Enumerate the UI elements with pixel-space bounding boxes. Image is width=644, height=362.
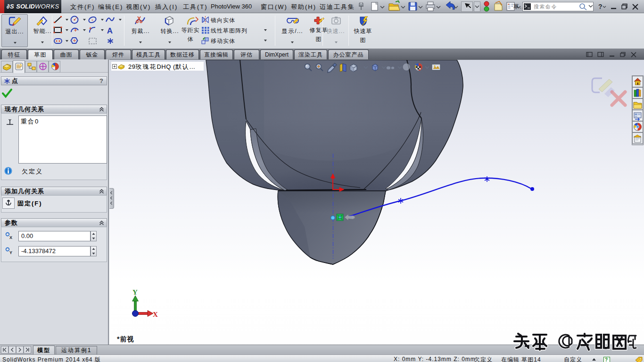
svg-text:草..: 草.. [513, 3, 524, 10]
svg-text:Y: Y [9, 250, 12, 255]
svg-text:X: X [9, 235, 12, 239]
svg-text:Y: Y [132, 288, 138, 296]
svg-text:?: ? [598, 3, 603, 10]
svg-text:X: X [153, 311, 158, 318]
svg-text:搜索命令: 搜索命令 [534, 4, 557, 9]
svg-text:×: × [91, 18, 93, 22]
svg-text:A: A [107, 26, 113, 35]
svg-text:?: ? [605, 357, 608, 362]
